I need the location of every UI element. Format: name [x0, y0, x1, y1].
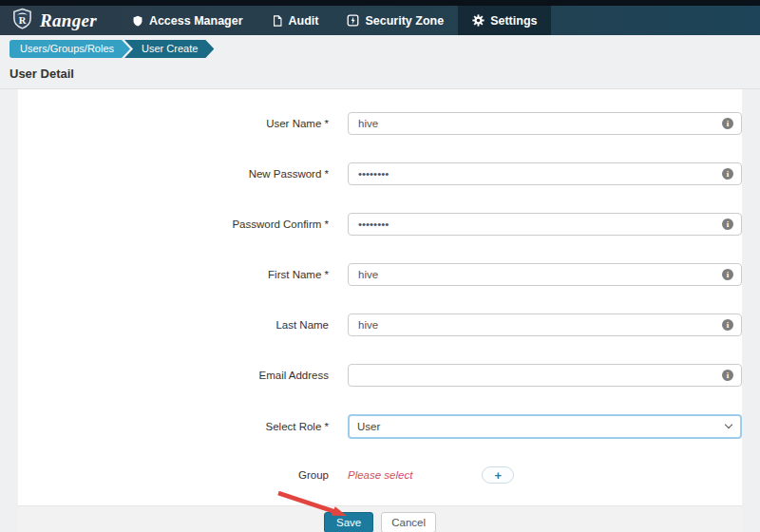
email-label: Email Address: [18, 370, 348, 381]
user-detail-panel: User Name * i New Password * i Password …: [17, 89, 743, 532]
group-placeholder[interactable]: Please select: [348, 469, 412, 481]
gear-icon: [472, 14, 484, 27]
new-password-label: New Password *: [18, 168, 348, 180]
info-icon: i: [722, 319, 733, 331]
first-name-label: First Name *: [18, 269, 348, 280]
user-name-row: User Name * i: [18, 112, 742, 135]
info-icon: i: [722, 118, 733, 129]
navbar: R Ranger Access Manager Audit Security Z…: [0, 6, 760, 35]
user-name-label: User Name *: [18, 118, 348, 129]
ranger-brand[interactable]: R Ranger: [0, 6, 118, 35]
group-label: Group: [18, 469, 348, 481]
select-role-row: Select Role * User: [18, 414, 742, 439]
user-name-wrap: i: [348, 112, 742, 135]
info-icon: i: [722, 218, 733, 230]
save-button[interactable]: Save: [324, 512, 373, 532]
document-icon: [272, 15, 283, 27]
nav-label: Security Zone: [365, 14, 444, 28]
shield-icon: [132, 15, 143, 27]
last-name-wrap: i: [348, 314, 742, 336]
user-form: User Name * i New Password * i Password …: [18, 89, 742, 505]
info-icon: i: [722, 168, 733, 180]
page-title: User Detail: [10, 66, 74, 81]
brand-name: Ranger: [40, 10, 97, 31]
nav-settings[interactable]: Settings: [458, 6, 551, 35]
plus-icon: +: [495, 468, 503, 483]
add-group-button[interactable]: +: [482, 466, 514, 484]
form-footer: Save Cancel: [18, 505, 742, 532]
first-name-wrap: i: [348, 263, 742, 286]
new-password-row: New Password * i: [18, 162, 742, 185]
first-name-row: First Name * i: [18, 263, 742, 286]
password-confirm-row: Password Confirm * i: [18, 213, 742, 236]
nav-audit[interactable]: Audit: [257, 6, 333, 35]
email-input[interactable]: [348, 364, 742, 387]
ranger-logo-icon: R: [11, 8, 33, 33]
nav-access-manager[interactable]: Access Manager: [118, 6, 257, 35]
nav-label: Settings: [490, 14, 537, 28]
breadcrumb-users-groups-roles[interactable]: Users/Groups/Roles: [10, 40, 130, 58]
last-name-label: Last Name: [18, 319, 348, 331]
password-confirm-wrap: i: [348, 213, 742, 236]
last-name-row: Last Name i: [18, 314, 742, 336]
first-name-input[interactable]: [348, 263, 742, 286]
info-icon: i: [722, 269, 733, 280]
breadcrumb: Users/Groups/Roles User Create: [0, 35, 760, 61]
group-row: Group Please select +: [18, 466, 742, 484]
new-password-input[interactable]: [348, 162, 742, 185]
svg-text:R: R: [19, 15, 27, 26]
zone-bolt-icon: [347, 14, 359, 27]
cancel-button[interactable]: Cancel: [381, 512, 436, 532]
last-name-input[interactable]: [348, 314, 742, 336]
role-select[interactable]: User: [348, 414, 742, 439]
nav-label: Access Manager: [149, 14, 243, 28]
user-name-input[interactable]: [348, 112, 742, 135]
new-password-wrap: i: [348, 162, 742, 185]
nav-label: Audit: [289, 14, 319, 28]
email-wrap: i: [348, 364, 742, 387]
nav-security-zone[interactable]: Security Zone: [332, 6, 458, 35]
email-row: Email Address i: [18, 364, 742, 387]
select-role-label: Select Role *: [18, 421, 348, 432]
select-role-wrap: User: [348, 414, 742, 439]
password-confirm-label: Password Confirm *: [18, 218, 348, 230]
page-title-bar: User Detail: [0, 61, 760, 89]
info-icon: i: [722, 370, 733, 381]
password-confirm-input[interactable]: [348, 213, 742, 236]
breadcrumb-user-create[interactable]: User Create: [124, 40, 214, 58]
